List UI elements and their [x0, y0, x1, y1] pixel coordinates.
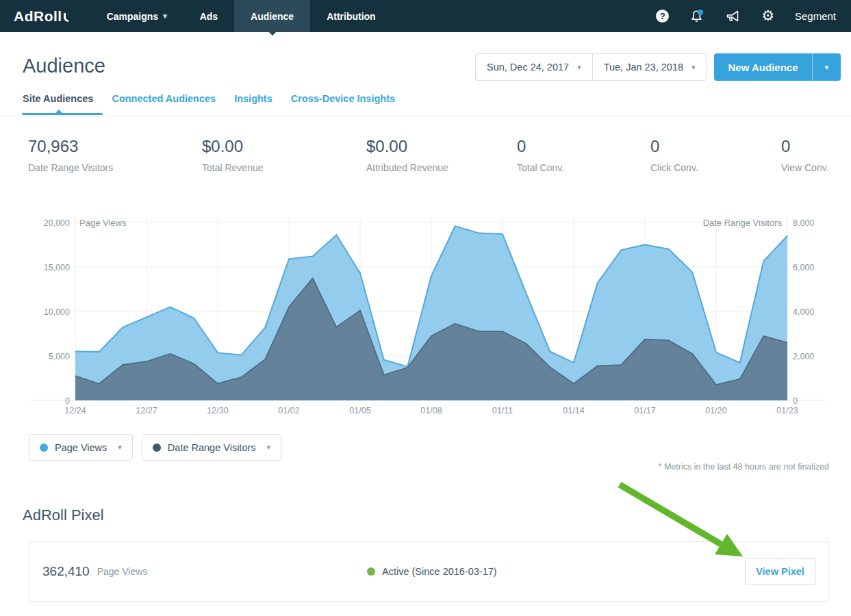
audience-tabs: Site AudiencesConnected AudiencesInsight…: [23, 93, 414, 115]
stat-attributed-revenue: $0.00Attributed Revenue: [366, 137, 448, 173]
stat-label: Total Conv.: [517, 162, 564, 173]
stat-value: 0: [781, 137, 829, 156]
new-audience-button[interactable]: New Audience: [714, 53, 812, 81]
stat-value: 0: [517, 137, 564, 156]
nav-item-label: Audience: [251, 11, 294, 22]
tab-site-audiences[interactable]: Site Audiences: [23, 93, 93, 115]
chevron-down-icon: ▾: [691, 63, 696, 72]
nav-item-label: Attribution: [327, 11, 376, 22]
x-axis-tick: 01/20: [705, 406, 726, 415]
date-end-value: Tue, Jan 23, 2018: [604, 62, 683, 73]
stat-label: View Conv.: [781, 162, 829, 173]
status-text: Active (Since 2016-03-17): [382, 566, 497, 577]
chevron-down-icon: ▾: [118, 443, 122, 452]
x-axis-tick: 12/27: [136, 406, 157, 415]
tab-insights[interactable]: Insights: [234, 93, 272, 115]
chart-legend: Page Views▾Date Range Visitors▾: [29, 434, 281, 461]
left-axis-tick: 10,000: [44, 307, 70, 317]
nav-items: Campaigns▾AdsAudienceAttribution: [90, 0, 392, 32]
x-axis-tick: 01/02: [278, 406, 299, 415]
new-audience-dropdown-toggle[interactable]: ▾: [812, 53, 841, 81]
settings-gear-icon[interactable]: ⚙: [761, 9, 774, 23]
top-nav: AdRoll Campaigns▾AdsAudienceAttribution …: [0, 0, 851, 32]
nav-item-campaigns[interactable]: Campaigns▾: [90, 0, 183, 32]
pixel-section-heading: AdRoll Pixel: [23, 506, 104, 524]
date-end-select[interactable]: Tue, Jan 23, 2018 ▾: [592, 53, 707, 81]
stat-label: Attributed Revenue: [366, 162, 448, 173]
notification-badge: [698, 10, 703, 15]
adroll-logo-hook-icon: [64, 13, 68, 22]
right-axis-tick: 0: [793, 396, 798, 406]
legend-label: Date Range Visitors: [168, 442, 256, 453]
tab-label: Connected Audiences: [112, 93, 216, 104]
left-axis-tick: 20,000: [44, 218, 70, 228]
stat-value: 0: [650, 137, 698, 156]
date-start-value: Sun, Dec 24, 2017: [487, 62, 569, 73]
nav-item-label: Campaigns: [107, 11, 158, 22]
right-axis-tick: 8,000: [793, 218, 814, 228]
tab-connected-audiences[interactable]: Connected Audiences: [112, 93, 216, 115]
x-axis-tick: 12/24: [64, 406, 86, 415]
stat-value: $0.00: [202, 137, 264, 156]
left-axis-title: Page Views: [79, 218, 127, 228]
nav-item-ads[interactable]: Ads: [183, 0, 234, 32]
page-title: Audience: [23, 55, 105, 77]
tab-label: Insights: [234, 93, 272, 104]
traffic-chart: 05,00010,00015,00020,00002,0004,0006,000…: [0, 214, 851, 419]
pixel-page-views-label: Page Views: [97, 566, 148, 577]
x-axis-tick: 01/11: [492, 406, 513, 415]
pixel-card: 362,410 Page Views Active (Since 2016-03…: [29, 541, 829, 602]
tab-label: Cross-Device Insights: [291, 93, 395, 104]
tabs-divider: [0, 116, 851, 116]
new-audience-split-button: New Audience ▾: [714, 53, 841, 81]
annotation-arrow-shaft: [620, 485, 721, 544]
pixel-status: Active (Since 2016-03-17): [367, 566, 497, 577]
left-axis-tick: 0: [65, 396, 70, 406]
right-axis-title: Date Range Visitors: [703, 218, 783, 228]
legend-dropdown-date-range-visitors[interactable]: Date Range Visitors▾: [142, 434, 281, 461]
left-axis-tick: 5,000: [49, 352, 70, 361]
summary-stats: 70,963Date Range Visitors$0.00Total Reve…: [0, 137, 851, 178]
account-menu[interactable]: Segment: [795, 10, 836, 22]
view-pixel-button[interactable]: View Pixel: [745, 558, 815, 585]
left-axis-tick: 15,000: [44, 263, 70, 272]
chevron-down-icon: ▾: [267, 443, 271, 452]
help-icon[interactable]: ?: [656, 10, 669, 23]
adroll-logo-text: AdRoll: [14, 8, 62, 25]
pixel-page-views-value: 362,410: [42, 564, 90, 579]
stat-label: Date Range Visitors: [28, 162, 113, 173]
nav-item-label: Ads: [200, 11, 218, 22]
nav-right: ? ⚙ Segment: [656, 0, 851, 32]
x-axis-tick: 12/30: [207, 406, 228, 415]
notifications-bell-icon[interactable]: [689, 9, 704, 23]
stat-value: $0.00: [366, 137, 448, 156]
adroll-logo[interactable]: AdRoll: [0, 0, 82, 32]
right-axis-tick: 6,000: [793, 263, 814, 272]
nav-item-attribution[interactable]: Attribution: [310, 0, 392, 32]
tab-cross-device-insights[interactable]: Cross-Device Insights: [291, 93, 395, 115]
legend-dot: [40, 444, 48, 452]
traffic-chart-svg: 05,00010,00015,00020,00002,0004,0006,000…: [0, 214, 851, 419]
stat-click-conv-: 0Click Conv.: [650, 137, 698, 173]
nav-item-audience[interactable]: Audience: [234, 0, 310, 32]
x-axis-tick: 01/17: [634, 406, 655, 415]
chevron-down-icon: ▾: [577, 63, 581, 72]
x-axis-tick: 01/23: [776, 406, 798, 415]
status-active-dot: [367, 567, 375, 576]
tab-label: Site Audiences: [23, 93, 93, 104]
legend-label: Page Views: [55, 442, 107, 453]
chevron-down-icon: ▾: [163, 12, 167, 21]
chevron-down-icon: ▾: [825, 63, 829, 72]
stat-total-conv-: 0Total Conv.: [517, 137, 564, 173]
date-start-select[interactable]: Sun, Dec 24, 2017 ▾: [475, 53, 593, 81]
date-range-picker: Sun, Dec 24, 2017 ▾ Tue, Jan 23, 2018 ▾: [475, 53, 707, 81]
stat-label: Click Conv.: [650, 162, 698, 173]
stat-date-range-visitors: 70,963Date Range Visitors: [28, 137, 113, 173]
announcements-megaphone-icon[interactable]: [725, 10, 741, 23]
stat-view-conv-: 0View Conv.: [781, 137, 829, 173]
stat-label: Total Revenue: [202, 162, 264, 173]
legend-dropdown-page-views[interactable]: Page Views▾: [29, 434, 133, 461]
stat-value: 70,963: [28, 137, 113, 156]
metrics-footnote: * Metrics in the last 48 hours are not f…: [659, 462, 829, 472]
stat-total-revenue: $0.00Total Revenue: [202, 137, 264, 173]
